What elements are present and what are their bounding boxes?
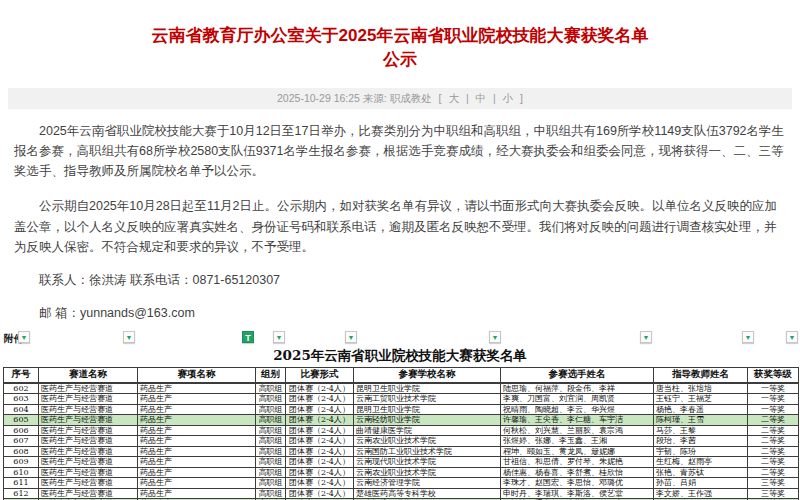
cell-format: 团体赛（2-4人） (286, 404, 354, 415)
cell-event: 药品生产 (138, 383, 256, 394)
column-header-award: 获奖等级 (748, 367, 799, 383)
table-row: 608医药生产与经营赛道药品生产高职组团体赛（2-4人）云南国防工业职业技术学院… (4, 446, 799, 457)
cell-group: 高职组 (256, 488, 286, 499)
cell-group: 高职组 (256, 394, 286, 405)
font-size-separator: | (493, 92, 496, 104)
cell-format: 团体赛（2-4人） (286, 415, 354, 426)
cell-students: 许馨瑜、王尖香、李仁糖、车宇洁 (501, 415, 654, 426)
contact-line: 联系人：徐洪涛 联系电话：0871-65120307 (14, 270, 786, 290)
cell-award: 二等奖 (748, 467, 799, 478)
font-size-small-button[interactable]: 小 (503, 92, 514, 104)
cell-teachers: 马莎、王黎 (654, 425, 748, 436)
filter-dropdown-icon[interactable]: ▼ (489, 331, 501, 343)
cell-school: 楚雄医药高等专科学校 (354, 488, 501, 499)
font-size-separator: | (466, 92, 469, 104)
cell-school: 昆明卫生职业学院 (354, 383, 501, 394)
column-header-group: 组别 (256, 367, 286, 383)
cell-award: 三等奖 (748, 488, 799, 499)
column-header-teachers: 指导教师姓名 (654, 367, 748, 383)
page-title-line1: 云南省教育厅办公室关于2025年云南省职业院校技能大赛获奖名单 (30, 24, 770, 48)
filter-dropdown-icon[interactable]: ▼ (786, 331, 798, 343)
cell-event: 药品生产 (138, 394, 256, 405)
cell-group: 高职组 (256, 446, 286, 457)
cell-no: 605 (4, 415, 39, 426)
cell-track: 医药生产与经营赛道 (39, 488, 138, 499)
cell-format: 团体赛（2-4人） (286, 467, 354, 478)
table-row: 607医药生产与经营赛道药品生产高职组团体赛（2-4人）云南农业职业技术学院张煜… (4, 436, 799, 447)
cell-track: 医药生产与经营赛道 (39, 478, 138, 489)
cell-event: 药品生产 (138, 404, 256, 415)
cell-award: 二等奖 (748, 436, 799, 447)
cell-group: 高职组 (256, 467, 286, 478)
cell-students: 杨佳惠、杨春喜、李舒煮、桂欣怡 (501, 467, 654, 478)
cell-format: 团体赛（2-4人） (286, 425, 354, 436)
cell-group: 高职组 (256, 436, 286, 447)
table-row: 612医药生产与经营赛道药品生产高职组团体赛（2-4人）楚雄医药高等专科学校申时… (4, 488, 799, 499)
email-line: 邮 箱：yunnands@163.com (14, 303, 786, 323)
cell-students: 程坤、颐如玉、黄龙凤、簸妮娜 (501, 446, 654, 457)
cell-students: 申时丹、李瑞琪、李斯洛、侯艺堂 (501, 488, 654, 499)
cell-format: 团体赛（2-4人） (286, 446, 354, 457)
cell-group: 高职组 (256, 404, 286, 415)
cell-school: 云南农业职业技术学院 (354, 436, 501, 447)
cell-event: 药品生产 (138, 446, 256, 457)
filter-dropdown-icon[interactable]: ▼ (345, 331, 357, 343)
filter-dropdown-icon[interactable]: ▼ (640, 331, 652, 343)
column-header-format: 比赛形式 (286, 367, 354, 383)
cell-award: 三等奖 (748, 478, 799, 489)
cell-format: 团体赛（2-4人） (286, 383, 354, 394)
table-row: 606医药生产与经营赛道药品生产高职组团体赛（2-4人）曲靖健康医学院何秋松、刘… (4, 425, 799, 436)
cell-award: 二等奖 (748, 415, 799, 426)
cell-track: 医药生产与经营赛道 (39, 467, 138, 478)
table-row: 602医药生产与经营赛道药品生产高职组团体赛（2-4人）昆明卫生职业学院陆思瑜、… (4, 383, 799, 394)
cell-track: 医药生产与经营赛道 (39, 425, 138, 436)
filter-text-icon[interactable]: T (242, 331, 254, 343)
column-header-track: 赛道名称 (39, 367, 138, 383)
cell-teachers: 陈柯瑾、王雪 (654, 415, 748, 426)
filter-dropdown-icon[interactable]: ▼ (273, 331, 285, 343)
table-row: 610医药生产与经营赛道药品生产高职组团体赛（2-4人）云南农业职业技术学院杨佳… (4, 467, 799, 478)
font-size-large-button[interactable]: 大 (448, 92, 459, 104)
font-size-medium-button[interactable]: 中 (476, 92, 487, 104)
filter-dropdown-icon[interactable]: ▼ (742, 331, 754, 343)
column-header-students: 参赛选手姓名 (501, 367, 654, 383)
paragraph-intro: 2025年云南省职业院校技能大赛于10月12日至17日举办，比赛类别分为中职组和… (14, 121, 786, 182)
cell-event: 药品生产 (138, 467, 256, 478)
cell-students: 李珠才、赵国宏、李思怡、邓璐优 (501, 478, 654, 489)
cell-track: 医药生产与经营赛道 (39, 446, 138, 457)
cell-award: 二等奖 (748, 425, 799, 436)
cell-teachers: 张艳、青苏钛 (654, 467, 748, 478)
cell-school: 云南现代职业技术学院 (354, 457, 501, 468)
cell-school: 云南农业职业技术学院 (354, 467, 501, 478)
page-title: 云南省教育厅办公室关于2025年云南省职业院校技能大赛获奖名单 公示 (30, 24, 770, 72)
cell-award: 二等奖 (748, 446, 799, 457)
cell-group: 高职组 (256, 457, 286, 468)
cell-school: 云南经济管理学院 (354, 478, 501, 489)
cell-no: 610 (4, 467, 39, 478)
table-row: 611医药生产与经营赛道药品生产高职组团体赛（2-4人）云南经济管理学院李珠才、… (4, 478, 799, 489)
filter-dropdown-icon[interactable]: ▼ (123, 331, 135, 343)
meta-datetime-source: 2025-10-29 16:25 来源: 职成教处 (277, 92, 432, 104)
cell-no: 607 (4, 436, 39, 447)
cell-school: 昆明卫生职业学院 (354, 404, 501, 415)
cell-no: 604 (4, 404, 39, 415)
cell-track: 医药生产与经营赛道 (39, 436, 138, 447)
cell-format: 团体赛（2-4人） (286, 488, 354, 499)
cell-group: 高职组 (256, 478, 286, 489)
cell-teachers: 宇韧、陈玢 (654, 446, 748, 457)
awards-table: 序号 赛道名称 赛项名称 组别 比赛形式 参赛学校名称 参赛选手姓名 指导教师姓… (3, 367, 799, 500)
cell-group: 高职组 (256, 383, 286, 394)
cell-school: 曲靖健康医学院 (354, 425, 501, 436)
filter-dropdown-icon[interactable]: ▼ (18, 331, 30, 343)
cell-event: 药品生产 (138, 425, 256, 436)
cell-format: 团体赛（2-4人） (286, 457, 354, 468)
cell-teachers: 孙苗、吕娟 (654, 478, 748, 489)
cell-teachers: 杨艳、李春遥 (654, 404, 748, 415)
cell-award: 一等奖 (748, 383, 799, 394)
article-body: 2025年云南省职业院校技能大赛于10月12日至17日举办，比赛类别分为中职组和… (14, 121, 786, 324)
column-header-event: 赛项名称 (138, 367, 256, 383)
cell-event: 药品生产 (138, 436, 256, 447)
cell-students: 何秋松、刘兴慧、兰丽胶、袁宗鸿 (501, 425, 654, 436)
column-header-no: 序号 (4, 367, 39, 383)
cell-no: 611 (4, 478, 39, 489)
